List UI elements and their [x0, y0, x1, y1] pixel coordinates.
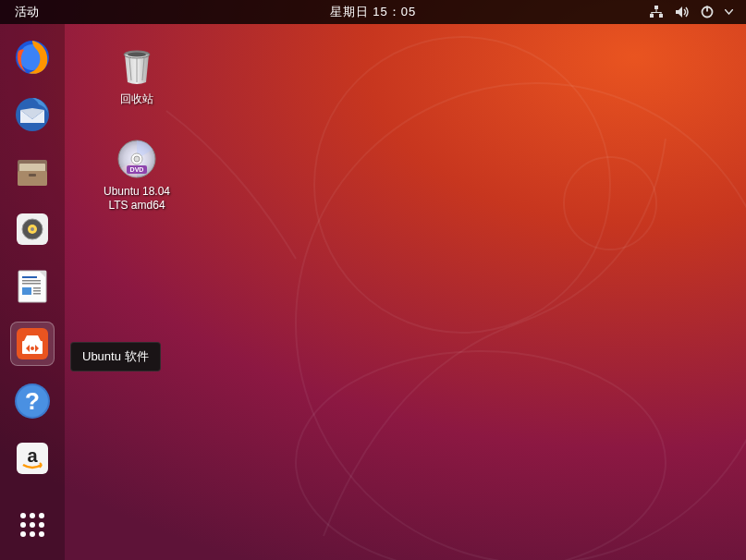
svg-rect-4: [654, 6, 658, 9]
dock-item-writer[interactable]: [10, 264, 55, 309]
dock-item-files[interactable]: [10, 150, 55, 194]
svg-rect-8: [652, 12, 662, 13]
dock-item-ubuntu-software[interactable]: [10, 322, 55, 366]
desktop-icon-label: Ubuntu 18.04 LTS amd64: [100, 185, 174, 213]
svg-rect-18: [18, 171, 47, 186]
top-bar: 活动 星期日 15：05: [0, 0, 746, 24]
activities-button[interactable]: 活动: [7, 4, 46, 20]
svg-rect-19: [29, 174, 36, 177]
desktop-icon-trash[interactable]: 回收站: [100, 44, 174, 106]
svg-rect-12: [706, 6, 708, 12]
svg-rect-25: [22, 276, 37, 278]
svg-text:?: ?: [25, 387, 40, 415]
dock: ? a: [0, 24, 65, 560]
svg-rect-27: [22, 283, 41, 285]
dock-item-firefox[interactable]: [10, 35, 55, 79]
tooltip: Ubuntu 软件: [70, 342, 161, 371]
desktop-icon-disc[interactable]: DVD Ubuntu 18.04 LTS amd64: [100, 137, 174, 213]
dock-item-help[interactable]: ?: [10, 379, 55, 423]
system-menu[interactable]: [649, 6, 739, 18]
dock-item-amazon[interactable]: a: [10, 436, 55, 481]
desktop-icon-label: 回收站: [100, 92, 174, 106]
svg-rect-29: [33, 287, 41, 289]
svg-rect-26: [22, 280, 41, 282]
desktop[interactable]: 回收站 DVD Ubuntu 18.04 LTS amd64: [65, 24, 746, 560]
svg-rect-10: [661, 12, 662, 15]
dock-item-rhythmbox[interactable]: [10, 207, 55, 251]
clock[interactable]: 星期日 15：05: [330, 4, 417, 20]
svg-point-34: [31, 347, 34, 350]
svg-rect-30: [33, 290, 41, 292]
svg-text:a: a: [27, 445, 38, 466]
svg-point-48: [134, 156, 140, 162]
svg-rect-9: [652, 12, 653, 15]
svg-text:DVD: DVD: [130, 166, 144, 173]
svg-point-23: [31, 227, 34, 231]
network-icon: [649, 6, 664, 18]
power-icon: [701, 6, 714, 18]
svg-rect-28: [22, 287, 31, 295]
svg-rect-31: [33, 293, 41, 295]
dvd-icon: DVD: [115, 137, 159, 181]
chevron-down-icon: [725, 9, 733, 15]
dock-item-thunderbird[interactable]: [10, 92, 55, 137]
trash-icon: [115, 44, 159, 89]
svg-rect-24: [18, 271, 46, 302]
svg-point-42: [128, 53, 146, 57]
apps-grid-icon: [20, 513, 44, 537]
volume-icon: [675, 6, 690, 18]
show-applications-button[interactable]: [10, 503, 55, 547]
